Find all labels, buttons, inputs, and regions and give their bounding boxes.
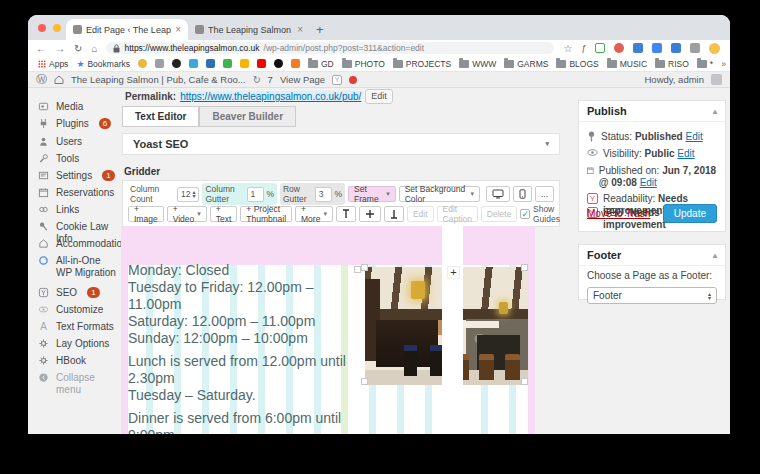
apps-shortcut[interactable]: Apps [38,59,68,69]
tab-close-icon[interactable]: × [175,24,181,35]
image-resize-handle[interactable] [521,378,528,385]
sidebar-item-users[interactable]: Users [28,136,120,148]
profile-avatar[interactable] [709,43,720,54]
site-name-link[interactable]: The Leaping Salmon | Pub, Cafe & Roo... [71,74,246,85]
collapse-icon[interactable]: ▴ [713,107,717,116]
bookmark-favicon[interactable] [172,59,181,68]
extension-icon[interactable] [633,43,643,53]
wordpress-logo-icon[interactable]: Ⓦ [36,72,47,87]
minimize-window-button[interactable] [53,24,61,32]
bookmark-favicon[interactable] [189,59,198,68]
bookmark-favicon[interactable] [223,59,232,68]
howdy-admin-link[interactable]: Howdy, admin [645,74,705,85]
extension-icon[interactable] [671,43,681,53]
image-resize-handle[interactable] [521,264,528,271]
updates-count[interactable]: 7 [268,74,273,85]
bookmarks-shortcut[interactable]: ★ Bookmarks [76,59,130,69]
bookmark-folder-www[interactable]: WWW [459,59,496,69]
extension-icon[interactable] [652,43,662,53]
row-gutter-input[interactable]: 3 [315,187,333,202]
extension-icon[interactable] [690,43,700,53]
opening-hours-text-block[interactable]: Monday: Closed Tuesday to Friday: 12.00p… [128,262,368,434]
align-top-button[interactable] [336,206,356,222]
column-count-input[interactable]: 12▴▾ [177,187,199,202]
extension-icon[interactable] [614,43,624,53]
extension-icon[interactable]: ƒ [581,43,586,53]
extension-icon[interactable] [595,43,605,53]
footer-header[interactable]: Footer ▴ [579,245,725,266]
column-gutter-input[interactable]: 1 [247,187,265,202]
forward-icon[interactable]: → [55,43,65,54]
bookmark-star-icon[interactable]: ☆ [563,43,572,54]
browser-tab-active[interactable]: Edit Page ‹ The Leaping Salmo × [66,19,188,40]
add-video-button[interactable]: + Video▾ [167,206,207,222]
set-frame-button[interactable]: Set Frame▾ [348,186,396,202]
address-bar[interactable]: https://www.theleapingsalmon.co.uk/wp-ad… [106,42,554,54]
sidebar-item-links[interactable]: Links [28,204,120,216]
add-project-thumbnail-button[interactable]: + Project Thumbnail [240,206,292,222]
home-icon[interactable]: ⌂ [91,43,97,54]
new-tab-button[interactable]: + [316,22,324,37]
bookmark-favicon[interactable] [291,59,300,68]
footer-select[interactable]: Footer ▴▾ [587,287,717,304]
collapse-icon[interactable]: ▴ [713,251,717,260]
set-background-color-button[interactable]: Set Background Color▾ [399,186,480,202]
align-bottom-button[interactable] [384,206,404,222]
add-column-button[interactable]: + [447,266,460,279]
sidebar-item-tools[interactable]: Tools [28,153,120,165]
sidebar-item-customize[interactable]: Customize [28,304,120,316]
align-middle-button[interactable] [359,206,381,222]
view-page-link[interactable]: View Page [280,74,325,85]
bookmark-favicon[interactable] [240,59,249,68]
add-more-button[interactable]: + More▾ [295,206,333,222]
image-resize-handle[interactable] [361,264,368,271]
tab-close-icon[interactable]: × [297,24,303,35]
bookmark-favicon[interactable] [138,59,147,68]
bookmark-folder-music[interactable]: MUSIC [607,59,647,69]
bookmark-favicon[interactable] [257,59,266,68]
update-button[interactable]: Update [663,204,717,223]
block-resize-handle[interactable] [354,266,361,273]
permalink-url-link[interactable]: https://www.theleapingsalmon.co.uk/pub/ [180,91,361,102]
sidebar-item-lay-options[interactable]: Lay Options [28,338,120,350]
edit-published-link[interactable]: Edit [640,177,657,188]
yoast-adminbar-icon[interactable]: Y [332,75,342,85]
reload-icon[interactable]: ↻ [74,43,82,54]
updates-icon[interactable]: ↻ [253,74,261,85]
bookmark-folder-star[interactable]: * [697,59,713,69]
edit-status-link[interactable]: Edit [686,131,703,142]
toolbar-more-button[interactable]: ... [535,186,554,202]
show-guides-checkbox[interactable]: ✓ [520,209,530,219]
back-icon[interactable]: ← [36,43,46,54]
chevron-down-icon[interactable]: ▾ [545,140,549,148]
add-text-button[interactable]: + Text [210,206,238,222]
browser-tab-inactive[interactable]: The Leaping Salmon | Pub, Ca × [188,19,310,40]
chrome-menu-icon[interactable]: ⋮ [729,43,730,54]
sidebar-item-text-formats[interactable]: AText Formats [28,321,120,333]
bookmark-folder-blogs[interactable]: BLOGS [556,59,598,69]
edit-visibility-link[interactable]: Edit [677,148,694,159]
sidebar-item-settings[interactable]: Settings1 [28,170,120,182]
sidebar-item-plugins[interactable]: Plugins6 [28,118,120,130]
sidebar-item-all-in-one-wp-migration[interactable]: All-in-One WP Migration [28,255,120,279]
bookmark-favicon[interactable] [274,59,283,68]
bookmark-folder-gd[interactable]: GD [308,59,334,69]
admin-avatar[interactable] [711,74,722,85]
desktop-preview-button[interactable] [486,186,510,202]
bookmark-favicon[interactable] [155,59,164,68]
delete-button[interactable]: Delete [481,206,518,222]
bookmarks-overflow-chevron[interactable]: » [721,59,726,69]
image-resize-handle[interactable] [361,378,368,385]
sidebar-item-hbook[interactable]: HBook [28,355,120,367]
sidebar-item-seo[interactable]: SEO1 [28,287,120,299]
sidebar-item-reservations[interactable]: Reservations [28,187,120,199]
sidebar-item-media[interactable]: Media [28,101,120,113]
bookmark-folder-projects[interactable]: PROJECTS [393,59,451,69]
sidebar-collapse-menu[interactable]: Collapse menu [28,372,120,396]
bookmark-folder-garms[interactable]: GARMS [504,59,548,69]
sidebar-item-accommodation[interactable]: Accommodation [28,238,120,250]
notification-dot-icon[interactable] [349,76,357,84]
gridder-canvas[interactable]: Monday: Closed Tuesday to Friday: 12.00p… [121,226,535,434]
home-icon[interactable] [54,75,64,84]
stepper-icon[interactable]: ▴▾ [192,190,195,198]
